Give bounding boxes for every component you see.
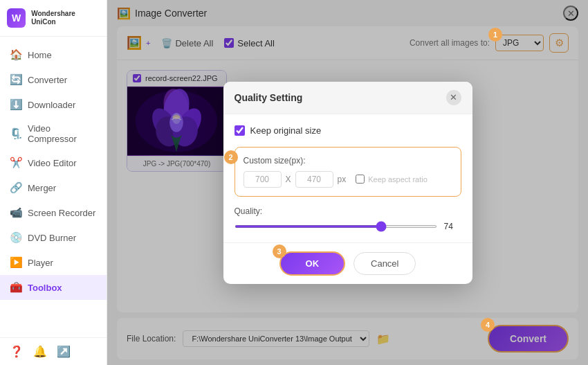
sidebar-item-label: DVD Burner [28,233,76,243]
sidebar-item-player[interactable]: ▶️ Player [0,250,107,275]
player-icon: ▶️ [10,256,22,269]
main-content: 🖼️ Image Converter ✕ 🖼️ + 🗑️ Delete All … [107,0,588,365]
app-logo: W Wondershare UniCon [0,0,107,37]
size-inputs: X px Keep aspect ratio [244,171,452,188]
home-icon: 🏠 [10,48,22,61]
dvd-burner-icon: 💿 [10,231,22,244]
sidebar-item-label: Screen Recorder [28,208,95,218]
sidebar-nav: 🏠 Home 🔄 Converter ⬇️ Downloader 🗜️ Vide… [0,37,107,337]
callout-1: 1 [488,28,502,42]
sidebar-item-label: Toolbox [28,283,62,293]
dialog-title: Quality Setting [235,92,303,103]
keep-original-checkbox[interactable] [235,125,245,136]
quality-row: 74 [235,222,461,231]
quality-value: 74 [444,222,461,231]
logo-icon: W [7,8,26,28]
quality-label: Quality: [235,206,461,216]
custom-size-title: Custom size(px): [244,156,452,166]
sidebar-item-video-editor[interactable]: ✂️ Video Editor [0,150,107,175]
screen-recorder-icon: 📹 [10,206,22,219]
downloader-icon: ⬇️ [10,98,22,111]
sidebar-item-merger[interactable]: 🔗 Merger [0,175,107,200]
dialog-footer: 3 OK Cancel [223,242,472,284]
toolbox-icon: 🧰 [10,281,22,294]
ok-button[interactable]: OK [279,251,346,276]
converter-icon: 🔄 [10,73,22,86]
video-editor-icon: ✂️ [10,157,22,169]
callout-2: 2 [224,150,238,164]
keep-original-wrap: Keep original size [235,125,461,136]
merger-icon: 🔗 [10,181,22,194]
modal-overlay: Quality Setting ✕ Keep original size 2 C… [107,0,588,365]
width-input[interactable] [244,171,282,188]
sidebar-item-dvd-burner[interactable]: 💿 DVD Burner [0,225,107,250]
keep-original-label: Keep original size [250,125,322,136]
sidebar-item-label: Player [28,258,53,268]
sidebar-item-toolbox[interactable]: 🧰 Toolbox [0,275,107,300]
app-name: Wondershare UniCon [31,10,100,26]
sidebar-item-downloader[interactable]: ⬇️ Downloader [0,92,107,117]
callout-3-wrap: 3 OK [279,251,346,276]
size-px-label: px [338,175,347,184]
notification-icon[interactable]: 🔔 [33,345,47,358]
keep-aspect-label: Keep aspect ratio [368,175,428,184]
sidebar-item-label: Converter [28,75,67,85]
sidebar-bottom: ❓ 🔔 ↗️ [0,337,107,365]
sidebar-item-label: Merger [28,183,56,193]
keep-aspect-checkbox[interactable] [356,175,365,184]
sidebar-item-video-compressor[interactable]: 🗜️ Video Compressor [0,117,107,150]
sidebar-item-home[interactable]: 🏠 Home [0,42,107,67]
share-icon[interactable]: ↗️ [57,345,71,358]
sidebar-item-label: Home [28,50,52,60]
dialog-header: Quality Setting ✕ [223,82,472,114]
sidebar-item-converter[interactable]: 🔄 Converter [0,67,107,92]
size-x-label: X [286,175,291,184]
video-compressor-icon: 🗜️ [10,127,22,140]
custom-size-section: 2 Custom size(px): X px Keep aspect rati… [235,147,461,197]
help-icon[interactable]: ❓ [10,345,24,358]
dialog-close-button[interactable]: ✕ [446,90,461,105]
sidebar-item-label: Video Editor [28,158,77,168]
sidebar-item-label: Video Compressor [28,123,97,144]
quality-setting-dialog: Quality Setting ✕ Keep original size 2 C… [223,82,472,284]
sidebar-item-screen-recorder[interactable]: 📹 Screen Recorder [0,200,107,225]
sidebar: W Wondershare UniCon 🏠 Home 🔄 Converter … [0,0,107,365]
callout-3: 3 [273,244,286,258]
callout-4: 4 [481,318,495,332]
aspect-ratio-wrap: Keep aspect ratio [356,175,428,184]
sidebar-item-label: Downloader [28,100,75,110]
cancel-button[interactable]: Cancel [353,252,416,275]
dialog-body: Keep original size 2 Custom size(px): X … [223,114,472,242]
quality-section: Quality: 74 [235,206,461,231]
quality-slider[interactable] [235,225,437,228]
height-input[interactable] [295,171,333,188]
